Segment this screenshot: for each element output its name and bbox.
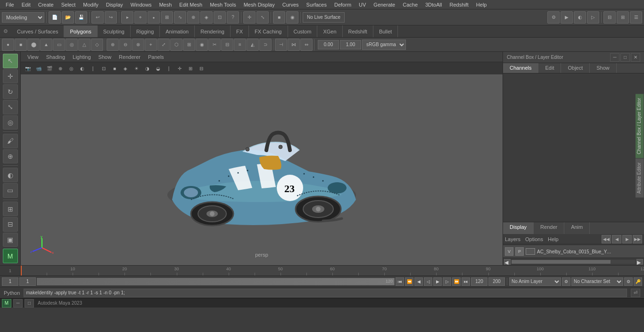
smooth-btn[interactable]: ⌖ [145, 39, 157, 51]
tab-bullet[interactable]: Bullet [373, 25, 398, 37]
char-set-dropdown[interactable]: No Character Set [571, 277, 623, 286]
menu-deform[interactable]: Deform [330, 1, 355, 8]
snap-point-btn[interactable]: ⊕ [187, 11, 199, 24]
menu-windows[interactable]: Windows [127, 1, 156, 8]
current-frame-input[interactable] [2, 277, 18, 286]
menu-cache[interactable]: Cache [399, 1, 421, 8]
anim-tab[interactable]: Anim [564, 222, 590, 234]
plane-btn[interactable]: ▭ [53, 39, 65, 51]
boolean-btn[interactable]: ⊗ [132, 39, 144, 51]
play-fwd-btn[interactable]: ▶ [433, 277, 442, 286]
torus-btn[interactable]: ◎ [66, 39, 78, 51]
multi-cut-btn[interactable]: ✂ [208, 39, 221, 51]
show-tab[interactable]: Show [590, 63, 617, 73]
menu-mesh-tools[interactable]: Mesh Tools [206, 1, 239, 8]
vp-cam3-btn[interactable]: 🎬 [44, 64, 55, 73]
layer-color-btn[interactable] [526, 248, 535, 255]
next-frame-btn[interactable]: ▷ [443, 277, 451, 286]
render-btn[interactable]: ◉ [286, 11, 298, 24]
cmd-execute-btn[interactable]: ⏎ [631, 289, 640, 297]
render-settings-btn[interactable]: ⚙ [547, 11, 560, 24]
gamma-input1[interactable]: 0.00 [318, 40, 339, 49]
layer-visibility-btn[interactable]: V [505, 247, 513, 256]
tab-polygons[interactable]: Polygons [64, 25, 97, 37]
transform-btn[interactable]: ⤡ [256, 11, 269, 24]
tab-fx[interactable]: FX [231, 25, 249, 37]
vp-panels[interactable]: Panels [145, 54, 167, 60]
key-settings-btn[interactable]: 🔑 [634, 277, 642, 286]
snap-mesh-btn[interactable]: ⊡ [214, 11, 226, 24]
prev-key-btn[interactable]: ⏪ [405, 277, 413, 286]
panel-maximize-btn[interactable]: □ [620, 53, 630, 62]
layer-add-btn[interactable]: ◀◀ [602, 235, 611, 243]
rotate-tool-btn[interactable]: ↻ [3, 84, 18, 99]
window-arrange-btn[interactable]: ⊞ [617, 11, 629, 24]
edit-tab[interactable]: Edit [538, 63, 561, 73]
vp-manip-btn[interactable]: ✛ [174, 64, 185, 73]
tab-animation[interactable]: Animation [160, 25, 195, 37]
scene-btn[interactable]: ▣ [3, 233, 18, 247]
play-back-btn[interactable]: ◁ [424, 277, 432, 286]
menu-select[interactable]: Select [58, 1, 80, 8]
display-tab[interactable]: Display [503, 222, 534, 234]
sphere-btn[interactable]: ● [2, 39, 14, 51]
vp-snap-btn[interactable]: ⊕ [55, 64, 66, 73]
universal-tool-btn[interactable]: ◎ [3, 115, 18, 130]
tab-rigging[interactable]: Rigging [131, 25, 160, 37]
open-scene-btn[interactable]: 📂 [62, 11, 74, 24]
menu-3dtoall[interactable]: 3DtoAll [421, 1, 446, 8]
command-line-input[interactable] [24, 289, 627, 297]
paint-btn[interactable]: 🖌 [3, 134, 18, 148]
vp-shadow-btn[interactable]: ◑ [142, 64, 152, 73]
pyramid-btn[interactable]: ◇ [91, 39, 103, 51]
menu-surfaces[interactable]: Surfaces [303, 1, 330, 8]
paint-tool-btn[interactable]: ⬥ [148, 11, 160, 24]
new-scene-btn[interactable]: 📄 [49, 11, 61, 24]
taskbar-icon-btn[interactable]: M [2, 299, 11, 308]
offset-edge-btn[interactable]: ≡ [234, 39, 246, 51]
vp-texture-btn[interactable]: ◈ [120, 64, 131, 73]
grid-btn[interactable]: ⊞ [3, 202, 18, 216]
ipr-btn[interactable]: ◐ [574, 11, 586, 24]
select-tool-btn[interactable]: ↖ [3, 54, 18, 68]
extract-btn[interactable]: ⊖ [119, 39, 132, 51]
anim-layer-settings-btn[interactable]: ⚙ [562, 277, 570, 286]
layer-row[interactable]: V P AC_Shelby_Cobra_0015_Blue_Yellow... [503, 245, 644, 258]
vp-lighting[interactable]: Lighting [70, 54, 94, 60]
insert-loop-btn[interactable]: ⊟ [221, 39, 233, 51]
menu-redshift[interactable]: Redshift [446, 1, 472, 8]
playback-end-input[interactable] [471, 277, 487, 286]
tab-gear-icon[interactable]: ⚙ [0, 26, 11, 37]
vp-hud-btn[interactable]: ⊟ [196, 64, 206, 73]
channel-box-side-tab[interactable]: Channel Box / Layer Editor [636, 94, 644, 159]
prism-btn[interactable]: △ [78, 39, 91, 51]
window-layout-btn[interactable]: ⊟ [603, 11, 616, 24]
maya-logo-btn[interactable]: M [3, 249, 18, 263]
layer-scroll-track[interactable] [512, 260, 636, 264]
bridge-btn[interactable]: ⊞ [183, 39, 195, 51]
channel-box-btn[interactable]: ☰ [630, 11, 642, 24]
layer-playback-btn[interactable]: P [515, 247, 524, 256]
tab-xgen[interactable]: XGen [317, 25, 342, 37]
gamma-input2[interactable]: 1.00 [340, 40, 361, 49]
vp-light-btn[interactable]: ☀ [131, 64, 141, 73]
menu-modify[interactable]: Modify [79, 1, 102, 8]
input-on-btn[interactable]: ■ [273, 11, 285, 24]
combine-btn[interactable]: ⊕ [107, 39, 119, 51]
animation-range-bar[interactable]: 120 [37, 278, 395, 285]
layer-prev-btn[interactable]: ◀ [612, 235, 621, 243]
menu-uv[interactable]: UV [355, 1, 370, 8]
soft-select-btn[interactable]: ◐ [3, 168, 18, 182]
render-view-btn[interactable]: ▶ [561, 11, 573, 24]
layer-scroll-left[interactable]: ◀ [504, 259, 511, 265]
cube-btn[interactable]: ■ [15, 39, 27, 51]
tab-sculpting[interactable]: Sculpting [98, 25, 131, 37]
prev-frame-btn[interactable]: ◀ [414, 277, 423, 286]
tab-redshift[interactable]: Redshift [343, 25, 373, 37]
snap-grid-btn[interactable]: ⊞ [161, 11, 173, 24]
layer-next-btn[interactable]: ▶ [622, 235, 632, 243]
vp-renderer[interactable]: Renderer [116, 54, 143, 60]
menu-create[interactable]: Create [34, 1, 58, 8]
fill-hole-btn[interactable]: ◉ [196, 39, 208, 51]
range-end-input[interactable] [488, 277, 505, 286]
